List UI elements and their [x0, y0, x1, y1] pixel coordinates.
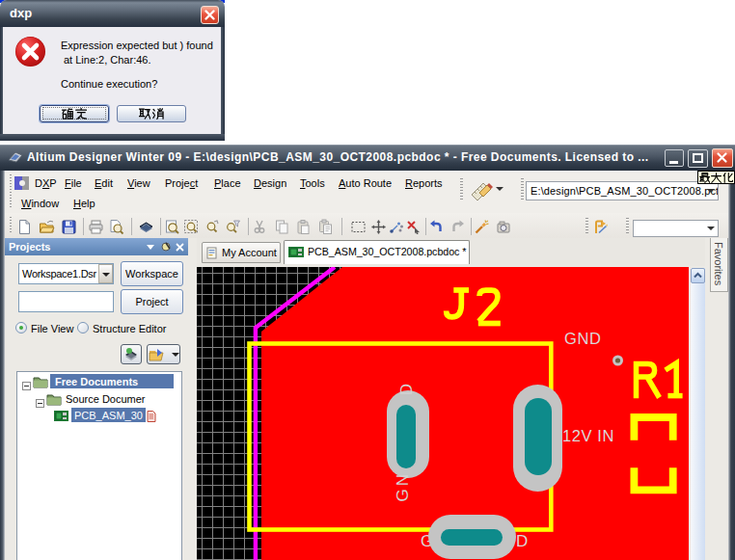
svg-text:GND: GND [564, 330, 601, 347]
svg-text:D: D [516, 532, 529, 550]
svg-text:G: G [394, 489, 412, 501]
svg-text:D: D [397, 384, 416, 395]
svg-text:12V IN: 12V IN [562, 427, 614, 444]
svg-text:N: N [394, 474, 412, 486]
